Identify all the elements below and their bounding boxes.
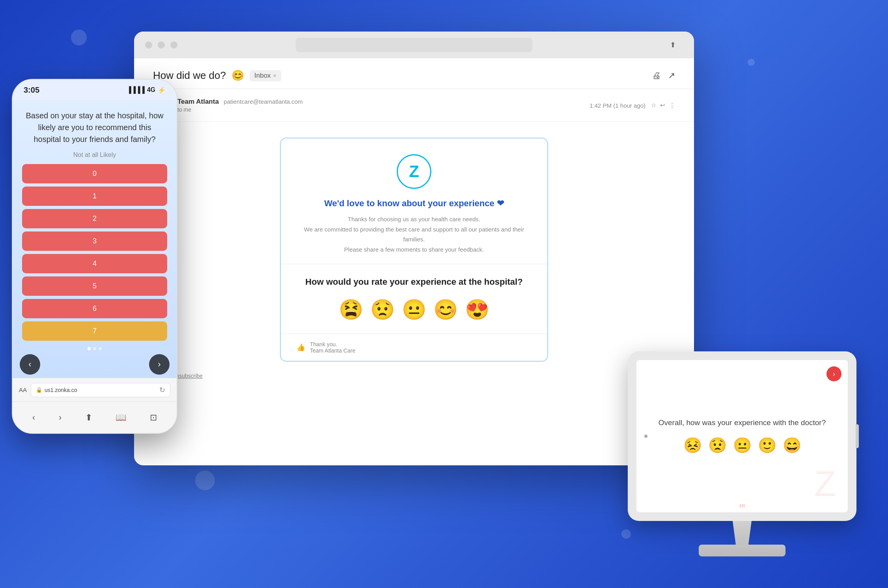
browser-share-icon[interactable]: ⬆ — [667, 39, 678, 50]
nps-button-0[interactable]: 0 — [22, 164, 167, 183]
more-options-icon[interactable]: ⋮ — [669, 102, 675, 109]
zonka-logo: Z — [397, 154, 431, 189]
sender-email: patientcare@teamatlanta.com — [224, 98, 302, 105]
phone-tabs-button[interactable]: ⊡ — [147, 409, 160, 426]
phone-survey-body: Based on your stay at the hospital, how … — [13, 100, 177, 378]
footer-thumb-icon: 👍 — [297, 343, 305, 352]
send-time: 1:42 PM (1 hour ago) ☆ ↩ ⋮ — [590, 102, 675, 109]
browser-address-bar[interactable] — [296, 38, 532, 52]
mobile-phone: 3:05 ▐▐▐▐ 4G ⚡ Based on your stay at the… — [12, 79, 177, 434]
phone-bookmarks-button[interactable]: 📖 — [112, 409, 129, 426]
print-icon[interactable]: 🖨 — [652, 71, 661, 81]
ipad-question: Overall, how was your experience with th… — [659, 418, 826, 427]
sender-name: Team Atlanta — [177, 98, 219, 105]
survey-question-block: How would you rate your experience at th… — [281, 264, 547, 334]
phone-aa-label: AA — [19, 386, 27, 393]
ipad-side-button[interactable] — [856, 424, 859, 448]
phone-url-bar[interactable]: 🔒 us1.zonka.co ↻ — [31, 383, 170, 397]
emoji-rating-row[interactable]: 😫 😟 😐 😊 😍 — [297, 298, 532, 321]
ipad-emoji-1[interactable]: 😣 — [683, 437, 702, 454]
phone-back-button[interactable]: ‹ — [29, 409, 38, 426]
survey-footer: 👍 Thank you. Team Atlanta Care — [281, 334, 547, 361]
network-label: 4G — [147, 86, 155, 93]
browser-dot-green — [170, 41, 177, 49]
reply-icon[interactable]: ↩ — [660, 102, 665, 109]
inbox-label: Inbox — [254, 72, 271, 80]
sender-to: to me — [177, 106, 303, 113]
ipad-dot-indicator — [644, 435, 647, 438]
phone-nav-dots — [22, 344, 167, 353]
nav-dot-1 — [88, 347, 91, 350]
email-header-icons: 🖨 ↗ — [652, 71, 675, 81]
ipad-screen: › Overall, how was your experience with … — [636, 360, 848, 512]
footer-line1: Thank you. — [310, 341, 337, 347]
phone-url-lock-icon: 🔒 — [36, 387, 42, 393]
star-icon[interactable]: ☆ — [651, 102, 656, 109]
inbox-close-icon[interactable]: × — [273, 73, 276, 79]
nav-dot-2 — [93, 347, 96, 350]
survey-subtitle: Thanks for choosing us as your health ca… — [297, 214, 532, 254]
ipad-brand-text: zα — [739, 502, 745, 508]
phone-share-button[interactable]: ⬆ — [82, 409, 95, 426]
emoji-3[interactable]: 😐 — [402, 298, 426, 321]
ipad-emoji-3[interactable]: 😐 — [733, 437, 752, 454]
email-header: How did we do? 😊 Inbox × 🖨 ↗ — [134, 58, 694, 89]
email-subject-row: How did we do? 😊 Inbox × — [153, 69, 281, 82]
ipad-stand-neck — [726, 521, 758, 545]
phone-prev-button[interactable]: ‹ — [20, 354, 40, 375]
nps-button-3[interactable]: 3 — [22, 231, 167, 251]
time-label: 1:42 PM (1 hour ago) — [590, 102, 645, 109]
phone-question: Based on your stay at the hospital, how … — [22, 110, 167, 145]
ipad-next-button[interactable]: › — [826, 366, 841, 381]
footer-text: Thank you. Team Atlanta Care — [310, 341, 355, 354]
nps-button-6[interactable]: 6 — [22, 299, 167, 318]
survey-card-header: Z We'd love to know about your experienc… — [281, 138, 547, 264]
ipad-device: › Overall, how was your experience with … — [628, 351, 856, 521]
browser-dot-red — [145, 41, 152, 49]
sender-details: Team Atlanta patientcare@teamatlanta.com… — [177, 98, 303, 113]
external-link-icon[interactable]: ↗ — [668, 71, 675, 81]
nps-button-2[interactable]: 2 — [22, 209, 167, 228]
survey-title: We'd love to know about your experience … — [297, 198, 532, 209]
phone-status-icons: ▐▐▐▐ 4G ⚡ — [127, 86, 166, 94]
emoji-subject: 😊 — [231, 69, 244, 82]
phone-url-text: us1.zonka.co — [45, 387, 77, 393]
signal-icon: ▐▐▐▐ — [127, 86, 144, 93]
phone-next-button[interactable]: › — [149, 354, 170, 375]
desktop-browser: ⬆ How did we do? 😊 Inbox × 🖨 ↗ — [134, 32, 694, 465]
nps-button-7[interactable]: 7 — [22, 321, 167, 341]
browser-content: How did we do? 😊 Inbox × 🖨 ↗ T — [134, 58, 694, 465]
phone-time: 3:05 — [24, 86, 39, 95]
ipad-emoji-4[interactable]: 🙂 — [758, 437, 776, 454]
emoji-1[interactable]: 😫 — [339, 298, 363, 321]
phone-forward-button[interactable]: › — [56, 409, 65, 426]
subtitle-line1: Thanks for choosing us as your health ca… — [297, 214, 532, 224]
battery-icon: ⚡ — [158, 86, 166, 94]
next-arrow-icon: › — [158, 359, 160, 370]
phone-not-likely-label: Not at all Likely — [22, 151, 167, 159]
ipad-stand: › Overall, how was your experience with … — [628, 351, 856, 556]
emoji-4[interactable]: 😊 — [433, 298, 458, 321]
emoji-5[interactable]: 😍 — [465, 298, 489, 321]
unsubscribe-link[interactable]: Unsubscribe — [153, 373, 675, 379]
emoji-2[interactable]: 😟 — [370, 298, 395, 321]
ipad-emoji-5[interactable]: 😄 — [783, 437, 801, 454]
ipad-emoji-row[interactable]: 😣 😟 😐 🙂 😄 — [683, 437, 801, 454]
inbox-badge: Inbox × — [250, 70, 281, 81]
survey-card: Z We'd love to know about your experienc… — [280, 138, 548, 362]
subtitle-line3: Please share a few moments to share your… — [297, 245, 532, 255]
phone-refresh-icon[interactable]: ↻ — [159, 386, 165, 394]
survey-question: How would you rate your experience at th… — [297, 277, 532, 287]
ipad-stand-base — [699, 545, 785, 556]
subtitle-line2: We are committed to providing the best c… — [297, 224, 532, 245]
nps-button-1[interactable]: 1 — [22, 187, 167, 206]
ipad-emoji-2[interactable]: 😟 — [708, 437, 727, 454]
nps-button-5[interactable]: 5 — [22, 276, 167, 296]
ipad-bg-decoration: Z — [814, 464, 836, 504]
prev-arrow-icon: ‹ — [28, 359, 31, 370]
sender-action-icons: ☆ ↩ ⋮ — [651, 102, 675, 109]
sender-name-row: Team Atlanta patientcare@teamatlanta.com — [177, 98, 303, 106]
browser-titlebar: ⬆ — [134, 32, 694, 58]
email-body: Z We'd love to know about your experienc… — [134, 122, 694, 395]
nps-button-4[interactable]: 4 — [22, 254, 167, 273]
